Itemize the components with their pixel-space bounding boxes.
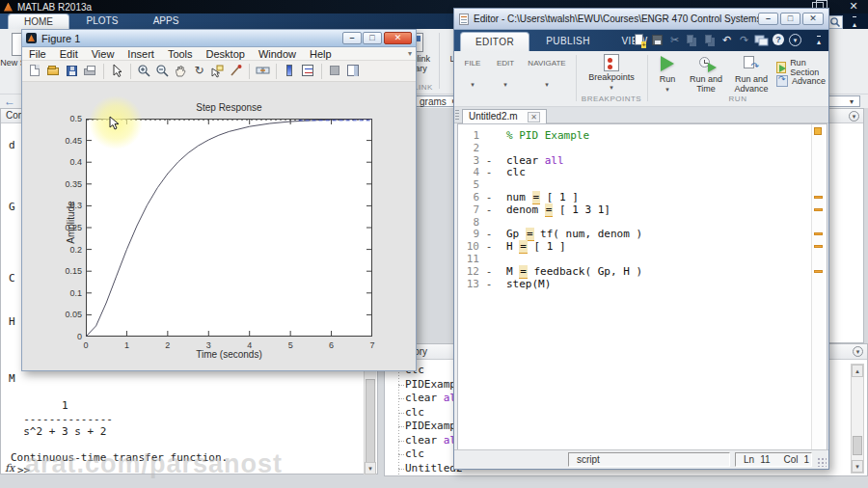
folder-dropdown-icon[interactable] xyxy=(850,97,854,106)
scrollbar-thumb[interactable] xyxy=(853,436,862,455)
close-icon[interactable] xyxy=(847,0,860,12)
y-tick-label: 0.1 xyxy=(57,288,82,298)
insert-legend-icon[interactable] xyxy=(301,64,315,78)
insert-colorbar-icon[interactable] xyxy=(283,64,297,78)
warning-marker-icon[interactable] xyxy=(814,270,823,273)
data-cursor-icon[interactable] xyxy=(210,64,225,78)
tab-plots[interactable]: PLOTS xyxy=(71,14,133,29)
maximize-icon[interactable] xyxy=(780,13,800,25)
warning-marker-icon[interactable] xyxy=(814,232,823,235)
figure-menu-desktop[interactable]: Desktop xyxy=(200,47,252,61)
figure-menu-insert[interactable]: Insert xyxy=(121,47,161,61)
file-group-dropdown[interactable]: FILE xyxy=(456,59,489,89)
document-tab[interactable]: Untitled2.m xyxy=(462,109,547,123)
figure-menu-view[interactable]: View xyxy=(85,47,122,61)
code-text xyxy=(495,179,506,192)
run-and-time-button[interactable]: Run and Time xyxy=(686,54,726,94)
save-icon[interactable] xyxy=(650,33,665,47)
breakpoints-button[interactable]: Breakpoints xyxy=(582,54,641,92)
scrollbar-thumb[interactable] xyxy=(366,379,375,466)
menu-chevron-icon[interactable] xyxy=(408,49,412,58)
advance-button[interactable]: Advance xyxy=(776,75,826,87)
hide-plot-tools-icon[interactable] xyxy=(328,64,342,78)
panel-menu-icon[interactable] xyxy=(853,346,863,357)
toolbar-options-icon[interactable] xyxy=(789,34,801,46)
minimize-icon[interactable] xyxy=(758,13,778,25)
scroll-down-icon[interactable] xyxy=(852,460,863,473)
code-line[interactable]: 1% PID Example xyxy=(458,130,827,143)
new-figure-icon[interactable] xyxy=(28,64,42,78)
maximize-icon[interactable] xyxy=(363,32,382,44)
editor-titlebar[interactable]: Editor - C:\Users\twalsh\EWU\Courses\ENG… xyxy=(454,9,828,30)
warning-marker-icon[interactable] xyxy=(814,208,823,211)
scroll-up-icon[interactable] xyxy=(852,365,863,377)
line-number: 4 xyxy=(458,167,483,179)
tab-editor[interactable]: EDITOR xyxy=(460,32,529,51)
pan-hand-icon[interactable] xyxy=(174,64,188,78)
executable-marker: - xyxy=(483,204,495,217)
switch-windows-icon[interactable] xyxy=(754,33,769,47)
new-script-icon[interactable] xyxy=(633,33,647,47)
figure-menu-window[interactable]: Window xyxy=(252,47,303,61)
close-icon[interactable] xyxy=(384,32,412,44)
rotate-3d-icon[interactable]: ↻ xyxy=(192,64,206,78)
collapse-ribbon-icon[interactable] xyxy=(847,16,862,30)
close-icon[interactable]: ✕ xyxy=(802,13,824,25)
figure-menu-help[interactable]: Help xyxy=(303,47,339,61)
tab-publish[interactable]: PUBLISH xyxy=(533,32,603,51)
advance-label: Advance xyxy=(792,76,826,86)
warning-marker-icon[interactable] xyxy=(814,196,823,199)
resize-grip[interactable] xyxy=(817,457,827,467)
cut-icon[interactable]: ✂ xyxy=(667,33,682,47)
tab-apps[interactable]: APPS xyxy=(135,14,197,29)
code-line[interactable]: 4-clc xyxy=(458,167,827,179)
code-line[interactable]: 10-H = [ 1 ] xyxy=(458,241,827,254)
warning-summary-icon[interactable] xyxy=(814,127,822,135)
edit-plot-cursor-icon[interactable] xyxy=(110,64,124,78)
print-figure-icon[interactable] xyxy=(83,64,97,78)
minimize-icon[interactable] xyxy=(342,32,362,44)
show-plot-tools-icon[interactable] xyxy=(346,64,361,78)
line-number: 5 xyxy=(458,179,483,192)
code-token: [ 1 ] xyxy=(540,191,579,203)
tab-home[interactable]: HOME xyxy=(8,14,69,29)
collapse-ribbon-icon[interactable] xyxy=(817,36,821,46)
run-and-advance-button[interactable]: Run and Advance xyxy=(728,54,774,94)
step-response-plot[interactable] xyxy=(86,119,372,337)
code-line[interactable]: 7-denom = [ 1 3 1] xyxy=(458,204,827,217)
editor-document-tabbar: Untitled2.m xyxy=(454,107,828,123)
navigate-group-dropdown[interactable]: NAVIGATE xyxy=(524,59,570,89)
code-line[interactable]: 13-step(M) xyxy=(458,279,827,291)
figure-menu-tools[interactable]: Tools xyxy=(161,47,200,61)
copy-icon[interactable] xyxy=(685,33,699,47)
redo-icon[interactable]: ↷ xyxy=(737,33,751,47)
scroll-down-icon[interactable] xyxy=(365,462,376,474)
zoom-in-icon[interactable] xyxy=(137,64,151,78)
close-tab-icon[interactable] xyxy=(528,112,540,122)
undo-icon[interactable]: ↶ xyxy=(719,33,734,47)
tab-drag-handle[interactable] xyxy=(455,110,459,122)
link-plot-icon[interactable] xyxy=(256,64,270,78)
warning-marker-icon[interactable] xyxy=(814,245,823,248)
panel-menu-icon[interactable] xyxy=(849,111,859,122)
open-file-icon[interactable] xyxy=(46,64,61,78)
back-arrow-icon[interactable] xyxy=(4,95,15,108)
edit-group-dropdown[interactable]: EDIT xyxy=(489,59,522,89)
figure-menu-edit[interactable]: Edit xyxy=(53,47,85,61)
code-text: clear all xyxy=(495,155,564,168)
search-icon[interactable] xyxy=(827,15,843,29)
paste-icon[interactable] xyxy=(702,33,717,47)
code-text xyxy=(495,254,506,266)
save-figure-icon[interactable] xyxy=(65,64,79,78)
command-history-scrollbar[interactable] xyxy=(851,364,864,474)
zoom-out-icon[interactable] xyxy=(155,64,170,78)
figure-titlebar[interactable]: Figure 1 xyxy=(22,30,416,47)
brush-data-icon[interactable] xyxy=(229,64,243,78)
run-button[interactable]: Run xyxy=(651,54,684,94)
toolbar-separator xyxy=(276,64,277,79)
executable-marker: - xyxy=(483,266,495,279)
figure-menu-file[interactable]: File xyxy=(22,47,53,61)
help-icon[interactable] xyxy=(772,33,786,47)
executable-marker xyxy=(483,143,495,155)
code-editor[interactable]: 1% PID Example23-clear all4-clc56-num = … xyxy=(457,123,827,450)
